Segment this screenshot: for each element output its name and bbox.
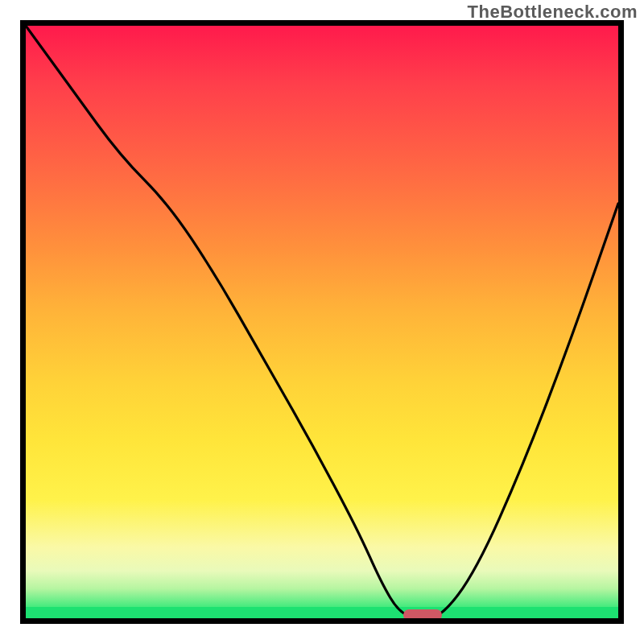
chart-stage: TheBottleneck.com (0, 0, 644, 644)
optimum-marker (403, 609, 442, 621)
bottleneck-curve (26, 26, 618, 618)
plot-area (20, 20, 624, 624)
